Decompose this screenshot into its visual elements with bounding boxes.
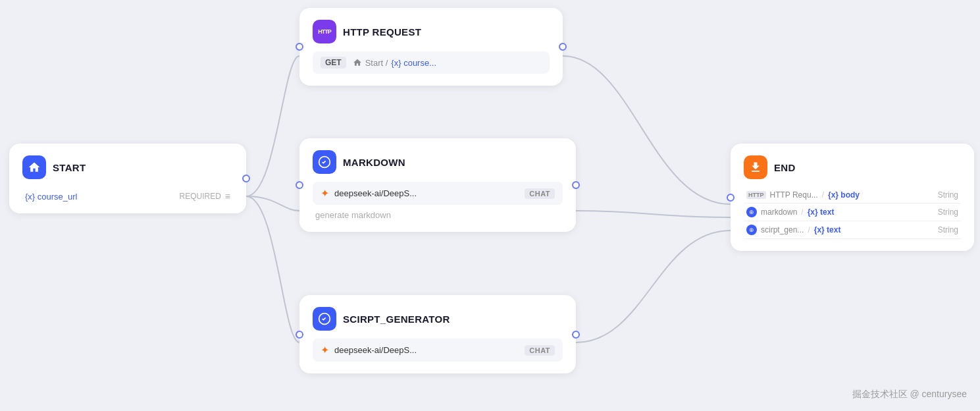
end-port-left[interactable] — [727, 194, 735, 202]
markdown-model-row: ✦ deepseek-ai/DeepS... CHAT — [313, 182, 563, 205]
script-icon — [313, 307, 336, 331]
script-generator-node: SCIRPT_GENERATOR ✦ deepseek-ai/DeepS... … — [299, 295, 576, 373]
markdown-port-right[interactable] — [572, 181, 580, 189]
url-var: {x} course... — [391, 58, 436, 68]
start-field: {x} course_url REQUIRED ≡ — [22, 187, 233, 202]
markdown-icon-small: ⊕ — [746, 207, 757, 217]
start-node: START {x} course_url REQUIRED ≡ — [9, 144, 246, 213]
script-header: SCIRPT_GENERATOR — [313, 307, 563, 331]
chat-badge: CHAT — [525, 188, 555, 199]
script-chat-badge: CHAT — [525, 345, 555, 356]
http-row: GET Start / {x} course... — [313, 51, 550, 74]
required-text: REQUIRED — [179, 192, 220, 201]
end-source-2: ⊕ markdown — [746, 207, 797, 217]
end-slash-2: / — [801, 207, 803, 217]
start-node-header: START — [22, 155, 233, 179]
script-model-icon: ✦ — [321, 344, 329, 356]
http-url: Start / {x} course... — [353, 58, 436, 68]
http-method: GET — [321, 57, 346, 68]
markdown-port-left[interactable] — [296, 181, 303, 189]
http-icon: HTTP — [313, 20, 336, 43]
end-row-1: HTTP HTTP Requ... / {x} body String — [744, 187, 961, 204]
script-icon-small: ⊕ — [746, 225, 757, 235]
script-title: SCIRPT_GENERATOR — [343, 314, 450, 325]
workflow-canvas: START {x} course_url REQUIRED ≡ HTTP HTT… — [0, 0, 980, 411]
http-request-node: HTTP HTTP REQUEST GET Start / {x} course… — [299, 8, 563, 86]
model-name: deepseek-ai/DeepS... — [334, 188, 519, 198]
start-port-right[interactable] — [242, 175, 250, 182]
end-row-3: ⊕ scirpt_gen... / {x} text String — [744, 221, 961, 239]
http-icon-small: HTTP — [746, 191, 766, 199]
start-icon — [22, 155, 46, 179]
script-model-row: ✦ deepseek-ai/DeepS... CHAT — [313, 339, 563, 362]
url-prefix: Start / — [365, 58, 388, 68]
end-header: END — [744, 155, 961, 179]
http-title: HTTP REQUEST — [343, 26, 421, 38]
end-source-3: ⊕ scirpt_gen... — [746, 225, 804, 235]
markdown-node: MARKDOWN ✦ deepseek-ai/DeepS... CHAT gen… — [299, 138, 576, 232]
end-icon — [744, 155, 767, 179]
end-type-2: String — [938, 207, 958, 217]
field-var-tag: {x} course_url — [25, 192, 78, 202]
http-port-right[interactable] — [559, 43, 567, 51]
end-var-1: {x} body — [828, 190, 860, 200]
end-slash-3: / — [808, 225, 810, 234]
model-icon: ✦ — [321, 187, 329, 200]
http-port-left[interactable] — [296, 43, 303, 51]
end-slash-1: / — [822, 190, 824, 200]
markdown-title: MARKDOWN — [343, 157, 405, 168]
markdown-description: generate markdown — [313, 205, 563, 220]
field-name: {x} course_url — [25, 192, 78, 202]
markdown-header: MARKDOWN — [313, 150, 563, 174]
markdown-icon — [313, 150, 336, 174]
http-header: HTTP HTTP REQUEST — [313, 20, 550, 43]
required-badge: REQUIRED ≡ — [179, 191, 230, 202]
script-port-left[interactable] — [296, 331, 303, 339]
script-port-right[interactable] — [572, 331, 580, 339]
end-type-1: String — [938, 190, 958, 200]
start-title: START — [53, 162, 86, 173]
watermark: 掘金技术社区 @ centurysee — [852, 389, 967, 400]
end-row-2: ⊕ markdown / {x} text String — [744, 204, 961, 221]
end-var-2: {x} text — [808, 207, 835, 217]
end-source-1: HTTP HTTP Requ... — [746, 190, 818, 200]
script-model-name: deepseek-ai/DeepS... — [334, 345, 519, 355]
end-node: END HTTP HTTP Requ... / {x} body String … — [731, 144, 974, 251]
end-title: END — [774, 162, 796, 173]
menu-icon: ≡ — [225, 191, 230, 202]
end-var-3: {x} text — [814, 225, 841, 234]
end-type-3: String — [938, 225, 958, 234]
